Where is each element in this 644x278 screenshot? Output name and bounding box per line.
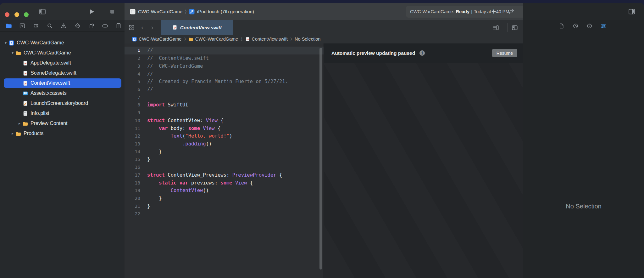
editor-arrows-icon[interactable] (506, 3, 517, 20)
zoom-window-button[interactable] (24, 12, 29, 17)
tree-item-label: LaunchScreen.storyboard (28, 100, 88, 106)
run-button[interactable] (87, 3, 96, 20)
disclosure-right-icon[interactable]: ▸ (16, 121, 23, 126)
line-content: var body: some View { (147, 126, 220, 131)
tree-item-launchscreen-storyboard[interactable]: LaunchScreen.storyboard (0, 98, 125, 108)
line-number: 15 (125, 157, 140, 162)
code-line-8[interactable]: 8import SwiftUI (125, 101, 324, 109)
disclosure-down-icon[interactable]: ▾ (9, 51, 16, 55)
inspector-tab-adjust-editor-inspector[interactable] (597, 20, 609, 31)
tree-item-cwc-warcardgame[interactable]: ▾CWC-WarCardGame (0, 48, 125, 58)
line-number: 13 (125, 141, 140, 146)
breadcrumb-item-2[interactable]: CWC-WarCardGame (189, 37, 238, 42)
code-line-18[interactable]: 18 static var previews: some View { (125, 179, 324, 187)
toggle-navigator-icon[interactable] (38, 3, 47, 20)
line-number: 12 (125, 133, 140, 139)
line-content: static var previews: some View { (147, 180, 253, 186)
navigator-tab-issue-navigator[interactable] (58, 20, 69, 31)
scheme-name[interactable]: CWC-WarCardGame (138, 9, 182, 14)
project-file-tree: ▾CWC-WarCardGame▾CWC-WarCardGameAppDeleg… (0, 38, 125, 139)
editor-scrollbar[interactable] (319, 48, 322, 269)
tree-item-assets-xcassets[interactable]: Assets.xcassets (0, 88, 125, 98)
code-line-9[interactable]: 9 (125, 109, 324, 117)
code-line-10[interactable]: 10struct ContentView: View { (125, 116, 324, 124)
tree-item-info-plist[interactable]: Info.plist (0, 108, 125, 118)
code-line-12[interactable]: 12 Text("Hello, world!") (125, 132, 324, 140)
tree-item-label: CWC-WarCardGame (14, 40, 64, 46)
disclosure-right-icon[interactable]: ▸ (9, 131, 16, 136)
breadcrumb-item-4[interactable]: No Selection (295, 37, 320, 42)
code-line-15[interactable]: 15} (125, 156, 324, 163)
tab-contentview-swift[interactable]: ContentView.swift (161, 20, 233, 35)
source-code-editor[interactable]: 1//2// ContentView.swift3// CWC-WarCardG… (125, 43, 324, 278)
code-line-19[interactable]: 19 ContentView() (125, 187, 324, 195)
toolbar-left-section (0, 3, 125, 20)
code-line-14[interactable]: 14 } (125, 148, 324, 156)
code-line-17[interactable]: 17struct ContentView_Previews: PreviewPr… (125, 171, 324, 179)
navigator-tab-symbol-navigator[interactable] (31, 20, 42, 31)
swift-icon (23, 71, 28, 76)
code-line-21[interactable]: 21} (125, 202, 324, 210)
breadcrumb-item-3[interactable]: ContentView.swift (245, 37, 288, 42)
tree-item-label: CWC-WarCardGame (21, 50, 71, 56)
editor-tab-bar: ‹ › ContentView.swift (125, 20, 523, 35)
forward-button[interactable]: › (151, 20, 154, 35)
related-items-icon[interactable] (128, 20, 135, 35)
code-line-5[interactable]: 5// Created by Francis Martin Fuerte on … (125, 78, 324, 86)
swift-icon (23, 60, 28, 66)
navigator-tab-project-navigator[interactable] (3, 20, 14, 31)
line-number: 7 (125, 95, 140, 100)
stop-button[interactable] (108, 3, 116, 20)
inspector-tab-file-inspector[interactable] (556, 20, 567, 31)
breadcrumb-item-1[interactable]: CWC-WarCardGame (132, 37, 181, 42)
line-content: // CWC-WarCardGame (147, 63, 203, 69)
code-line-22[interactable]: 22 (125, 210, 324, 218)
navigator-tab-find-navigator[interactable] (44, 20, 55, 31)
code-line-2[interactable]: 2// ContentView.swift (125, 54, 324, 62)
toggle-inspector-icon[interactable] (627, 3, 637, 20)
inspector-tab-history-inspector[interactable] (570, 20, 581, 31)
close-window-button[interactable] (5, 12, 9, 17)
breadcrumb-label: ContentView.swift (252, 37, 288, 42)
tree-item-products[interactable]: ▸Products (0, 128, 125, 139)
line-content: // (147, 71, 153, 77)
code-line-13[interactable]: 13 .padding() (125, 140, 324, 148)
tree-item-label: Preview Content (28, 121, 67, 126)
scheme-selector[interactable]: CWC-WarCardGame 〉 iPod touch (7th genera… (130, 3, 254, 20)
tree-item-preview-content[interactable]: ▸Preview Content (0, 118, 125, 128)
swift-icon (23, 81, 28, 86)
library-plus-button[interactable]: + (489, 3, 498, 20)
code-line-1[interactable]: 1// (125, 47, 324, 54)
code-line-20[interactable]: 20 } (125, 195, 324, 202)
code-line-6[interactable]: 6// (125, 86, 324, 94)
navigator-tab-test-navigator[interactable] (72, 20, 83, 31)
navigator-tab-debug-navigator[interactable] (86, 20, 97, 31)
tree-item-label: ContentView.swift (28, 80, 70, 86)
storyboard-icon (23, 101, 28, 106)
add-editor-split-icon[interactable] (511, 20, 518, 35)
breadcrumb-label: No Selection (295, 37, 320, 42)
preview-status-bar: Automatic preview updating paused i Resu… (324, 43, 523, 63)
info-icon[interactable]: i (419, 50, 425, 56)
code-line-4[interactable]: 4// (125, 70, 324, 78)
tree-item-contentview-swift[interactable]: ContentView.swift (0, 78, 125, 88)
navigator-tab-breakpoint-navigator[interactable] (99, 20, 111, 31)
code-line-16[interactable]: 16 (125, 163, 324, 171)
line-number: 6 (125, 87, 140, 92)
adjust-editor-options-icon[interactable] (492, 20, 499, 35)
run-destination-name[interactable]: iPod touch (7th generation) (197, 9, 254, 14)
minimize-window-button[interactable] (14, 12, 19, 17)
code-line-3[interactable]: 3// CWC-WarCardGame (125, 62, 324, 70)
navigator-tab-source-control-navigator[interactable] (17, 20, 28, 31)
tree-item-cwc-warcardgame[interactable]: ▾CWC-WarCardGame (0, 38, 125, 48)
back-button[interactable]: ‹ (141, 20, 144, 35)
resume-button[interactable]: Resume (492, 49, 517, 57)
line-number: 3 (125, 64, 140, 69)
tree-item-scenedelegate-swift[interactable]: SceneDelegate.swift (0, 68, 125, 78)
navigator-tab-report-navigator[interactable] (113, 20, 124, 31)
disclosure-down-icon[interactable]: ▾ (3, 41, 9, 45)
tree-item-appdelegate-swift[interactable]: AppDelegate.swift (0, 58, 125, 68)
code-line-7[interactable]: 7 (125, 93, 324, 101)
code-line-11[interactable]: 11 var body: some View { (125, 124, 324, 132)
inspector-tab-quick-help-inspector[interactable] (584, 20, 595, 31)
